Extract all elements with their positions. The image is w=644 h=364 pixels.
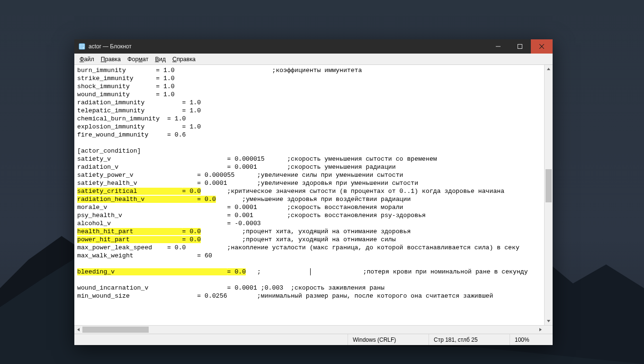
menu-help[interactable]: Справка — [169, 55, 199, 64]
horizontal-scrollbar[interactable] — [74, 325, 553, 334]
menu-view[interactable]: Вид — [152, 55, 169, 64]
titlebar[interactable]: actor — Блокнот — [74, 39, 553, 54]
status-cursor-position: Стр 181, стлб 25 — [429, 334, 510, 345]
horizontal-scroll-thumb[interactable] — [82, 327, 149, 333]
svg-rect-5 — [518, 45, 522, 49]
menu-format[interactable]: Формат — [124, 55, 152, 64]
status-zoom: 100% — [510, 334, 553, 345]
menu-edit[interactable]: Правка — [98, 55, 124, 64]
status-bar: Windows (CRLF) Стр 181, стлб 25 100% — [74, 334, 553, 345]
notepad-app-icon — [78, 43, 86, 50]
scroll-up-arrow-icon[interactable] — [545, 65, 553, 73]
menu-file[interactable]: Файл — [76, 55, 98, 64]
scrollbar-corner — [545, 326, 553, 334]
menu-bar: Файл Правка Формат Вид Справка — [74, 54, 553, 65]
scroll-down-arrow-icon[interactable] — [545, 317, 553, 325]
close-button[interactable] — [531, 39, 553, 54]
scroll-left-arrow-icon[interactable] — [74, 326, 82, 334]
vertical-scrollbar[interactable] — [544, 65, 553, 325]
maximize-button[interactable] — [509, 39, 531, 54]
minimize-button[interactable] — [487, 39, 509, 54]
scroll-right-arrow-icon[interactable] — [537, 326, 545, 334]
editor-content[interactable]: burn_immunity = 1.0 ;коэффициенты иммуни… — [74, 65, 544, 301]
text-editor-area[interactable]: burn_immunity = 1.0 ;коэффициенты иммуни… — [74, 65, 544, 325]
horizontal-scroll-track[interactable] — [82, 326, 537, 334]
window-title: actor — Блокнот — [89, 43, 132, 50]
vertical-scroll-thumb[interactable] — [546, 169, 552, 202]
status-line-ending: Windows (CRLF) — [348, 334, 429, 345]
notepad-window: actor — Блокнот Файл Правка Формат Вид С… — [74, 39, 553, 345]
